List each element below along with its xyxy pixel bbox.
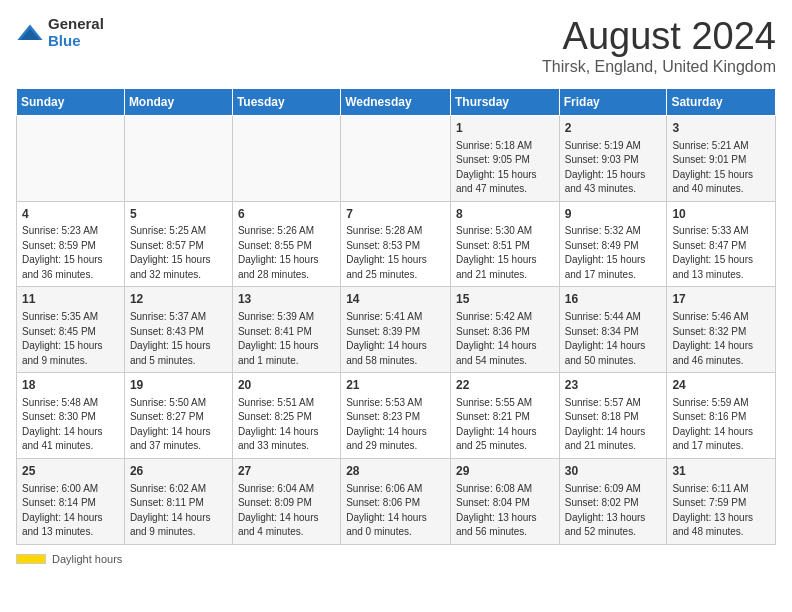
- calendar-week-row: 25Sunrise: 6:00 AM Sunset: 8:14 PM Dayli…: [17, 458, 776, 544]
- day-info: Sunrise: 5:18 AM Sunset: 9:05 PM Dayligh…: [456, 139, 554, 197]
- day-number: 16: [565, 291, 662, 308]
- logo-blue-text: Blue: [48, 33, 104, 50]
- calendar-cell: 27Sunrise: 6:04 AM Sunset: 8:09 PM Dayli…: [232, 458, 340, 544]
- day-info: Sunrise: 5:46 AM Sunset: 8:32 PM Dayligh…: [672, 310, 770, 368]
- day-info: Sunrise: 5:53 AM Sunset: 8:23 PM Dayligh…: [346, 396, 445, 454]
- calendar-body: 1Sunrise: 5:18 AM Sunset: 9:05 PM Daylig…: [17, 115, 776, 544]
- month-year: August 2024: [542, 16, 776, 58]
- weekday-header-row: SundayMondayTuesdayWednesdayThursdayFrid…: [17, 88, 776, 115]
- title-section: August 2024 Thirsk, England, United King…: [542, 16, 776, 76]
- logo-general-text: General: [48, 16, 104, 33]
- day-info: Sunrise: 5:59 AM Sunset: 8:16 PM Dayligh…: [672, 396, 770, 454]
- calendar-cell: 19Sunrise: 5:50 AM Sunset: 8:27 PM Dayli…: [124, 373, 232, 459]
- header: General Blue August 2024 Thirsk, England…: [16, 16, 776, 76]
- calendar-cell: 8Sunrise: 5:30 AM Sunset: 8:51 PM Daylig…: [450, 201, 559, 287]
- daylight-label: Daylight hours: [52, 553, 122, 565]
- calendar-cell: 13Sunrise: 5:39 AM Sunset: 8:41 PM Dayli…: [232, 287, 340, 373]
- day-info: Sunrise: 5:28 AM Sunset: 8:53 PM Dayligh…: [346, 224, 445, 282]
- day-info: Sunrise: 5:39 AM Sunset: 8:41 PM Dayligh…: [238, 310, 335, 368]
- calendar-cell: 7Sunrise: 5:28 AM Sunset: 8:53 PM Daylig…: [341, 201, 451, 287]
- day-info: Sunrise: 5:25 AM Sunset: 8:57 PM Dayligh…: [130, 224, 227, 282]
- calendar-cell: 2Sunrise: 5:19 AM Sunset: 9:03 PM Daylig…: [559, 115, 667, 201]
- calendar-cell: 25Sunrise: 6:00 AM Sunset: 8:14 PM Dayli…: [17, 458, 125, 544]
- day-info: Sunrise: 5:33 AM Sunset: 8:47 PM Dayligh…: [672, 224, 770, 282]
- day-number: 10: [672, 206, 770, 223]
- weekday-header-cell: Monday: [124, 88, 232, 115]
- calendar-cell: [232, 115, 340, 201]
- day-number: 18: [22, 377, 119, 394]
- calendar-cell: 26Sunrise: 6:02 AM Sunset: 8:11 PM Dayli…: [124, 458, 232, 544]
- calendar-cell: 9Sunrise: 5:32 AM Sunset: 8:49 PM Daylig…: [559, 201, 667, 287]
- weekday-header-cell: Wednesday: [341, 88, 451, 115]
- day-info: Sunrise: 5:42 AM Sunset: 8:36 PM Dayligh…: [456, 310, 554, 368]
- day-number: 29: [456, 463, 554, 480]
- calendar-cell: 11Sunrise: 5:35 AM Sunset: 8:45 PM Dayli…: [17, 287, 125, 373]
- day-info: Sunrise: 5:50 AM Sunset: 8:27 PM Dayligh…: [130, 396, 227, 454]
- calendar-cell: 29Sunrise: 6:08 AM Sunset: 8:04 PM Dayli…: [450, 458, 559, 544]
- day-number: 19: [130, 377, 227, 394]
- calendar-cell: 10Sunrise: 5:33 AM Sunset: 8:47 PM Dayli…: [667, 201, 776, 287]
- day-info: Sunrise: 5:41 AM Sunset: 8:39 PM Dayligh…: [346, 310, 445, 368]
- weekday-header-cell: Tuesday: [232, 88, 340, 115]
- calendar-cell: 15Sunrise: 5:42 AM Sunset: 8:36 PM Dayli…: [450, 287, 559, 373]
- calendar-cell: 12Sunrise: 5:37 AM Sunset: 8:43 PM Dayli…: [124, 287, 232, 373]
- day-number: 13: [238, 291, 335, 308]
- day-info: Sunrise: 6:11 AM Sunset: 7:59 PM Dayligh…: [672, 482, 770, 540]
- day-number: 26: [130, 463, 227, 480]
- calendar-cell: [124, 115, 232, 201]
- day-info: Sunrise: 5:51 AM Sunset: 8:25 PM Dayligh…: [238, 396, 335, 454]
- logo-icon: [16, 19, 44, 47]
- day-number: 3: [672, 120, 770, 137]
- day-number: 6: [238, 206, 335, 223]
- weekday-header-cell: Thursday: [450, 88, 559, 115]
- calendar-cell: 6Sunrise: 5:26 AM Sunset: 8:55 PM Daylig…: [232, 201, 340, 287]
- calendar-table: SundayMondayTuesdayWednesdayThursdayFrid…: [16, 88, 776, 545]
- calendar-cell: 21Sunrise: 5:53 AM Sunset: 8:23 PM Dayli…: [341, 373, 451, 459]
- logo: General Blue: [16, 16, 104, 49]
- calendar-week-row: 11Sunrise: 5:35 AM Sunset: 8:45 PM Dayli…: [17, 287, 776, 373]
- day-number: 25: [22, 463, 119, 480]
- calendar-cell: 23Sunrise: 5:57 AM Sunset: 8:18 PM Dayli…: [559, 373, 667, 459]
- calendar-cell: 5Sunrise: 5:25 AM Sunset: 8:57 PM Daylig…: [124, 201, 232, 287]
- day-info: Sunrise: 5:55 AM Sunset: 8:21 PM Dayligh…: [456, 396, 554, 454]
- day-number: 5: [130, 206, 227, 223]
- day-info: Sunrise: 5:19 AM Sunset: 9:03 PM Dayligh…: [565, 139, 662, 197]
- calendar-cell: 1Sunrise: 5:18 AM Sunset: 9:05 PM Daylig…: [450, 115, 559, 201]
- day-info: Sunrise: 6:06 AM Sunset: 8:06 PM Dayligh…: [346, 482, 445, 540]
- day-number: 1: [456, 120, 554, 137]
- day-number: 12: [130, 291, 227, 308]
- calendar-week-row: 1Sunrise: 5:18 AM Sunset: 9:05 PM Daylig…: [17, 115, 776, 201]
- day-number: 7: [346, 206, 445, 223]
- day-info: Sunrise: 5:44 AM Sunset: 8:34 PM Dayligh…: [565, 310, 662, 368]
- day-info: Sunrise: 5:37 AM Sunset: 8:43 PM Dayligh…: [130, 310, 227, 368]
- day-info: Sunrise: 6:00 AM Sunset: 8:14 PM Dayligh…: [22, 482, 119, 540]
- logo-text: General Blue: [48, 16, 104, 49]
- calendar-cell: 22Sunrise: 5:55 AM Sunset: 8:21 PM Dayli…: [450, 373, 559, 459]
- day-info: Sunrise: 6:08 AM Sunset: 8:04 PM Dayligh…: [456, 482, 554, 540]
- daylight-bar-icon: [16, 554, 46, 564]
- day-info: Sunrise: 6:02 AM Sunset: 8:11 PM Dayligh…: [130, 482, 227, 540]
- day-number: 21: [346, 377, 445, 394]
- day-info: Sunrise: 5:23 AM Sunset: 8:59 PM Dayligh…: [22, 224, 119, 282]
- calendar-cell: 14Sunrise: 5:41 AM Sunset: 8:39 PM Dayli…: [341, 287, 451, 373]
- day-number: 31: [672, 463, 770, 480]
- day-number: 24: [672, 377, 770, 394]
- calendar-week-row: 4Sunrise: 5:23 AM Sunset: 8:59 PM Daylig…: [17, 201, 776, 287]
- calendar-cell: 18Sunrise: 5:48 AM Sunset: 8:30 PM Dayli…: [17, 373, 125, 459]
- day-info: Sunrise: 5:21 AM Sunset: 9:01 PM Dayligh…: [672, 139, 770, 197]
- day-info: Sunrise: 5:57 AM Sunset: 8:18 PM Dayligh…: [565, 396, 662, 454]
- day-info: Sunrise: 5:26 AM Sunset: 8:55 PM Dayligh…: [238, 224, 335, 282]
- day-number: 30: [565, 463, 662, 480]
- calendar-cell: 31Sunrise: 6:11 AM Sunset: 7:59 PM Dayli…: [667, 458, 776, 544]
- weekday-header-cell: Sunday: [17, 88, 125, 115]
- calendar-cell: 17Sunrise: 5:46 AM Sunset: 8:32 PM Dayli…: [667, 287, 776, 373]
- day-number: 2: [565, 120, 662, 137]
- day-info: Sunrise: 6:04 AM Sunset: 8:09 PM Dayligh…: [238, 482, 335, 540]
- day-info: Sunrise: 5:30 AM Sunset: 8:51 PM Dayligh…: [456, 224, 554, 282]
- day-number: 17: [672, 291, 770, 308]
- day-number: 9: [565, 206, 662, 223]
- calendar-cell: 24Sunrise: 5:59 AM Sunset: 8:16 PM Dayli…: [667, 373, 776, 459]
- calendar-cell: 3Sunrise: 5:21 AM Sunset: 9:01 PM Daylig…: [667, 115, 776, 201]
- calendar-cell: [341, 115, 451, 201]
- calendar-cell: 20Sunrise: 5:51 AM Sunset: 8:25 PM Dayli…: [232, 373, 340, 459]
